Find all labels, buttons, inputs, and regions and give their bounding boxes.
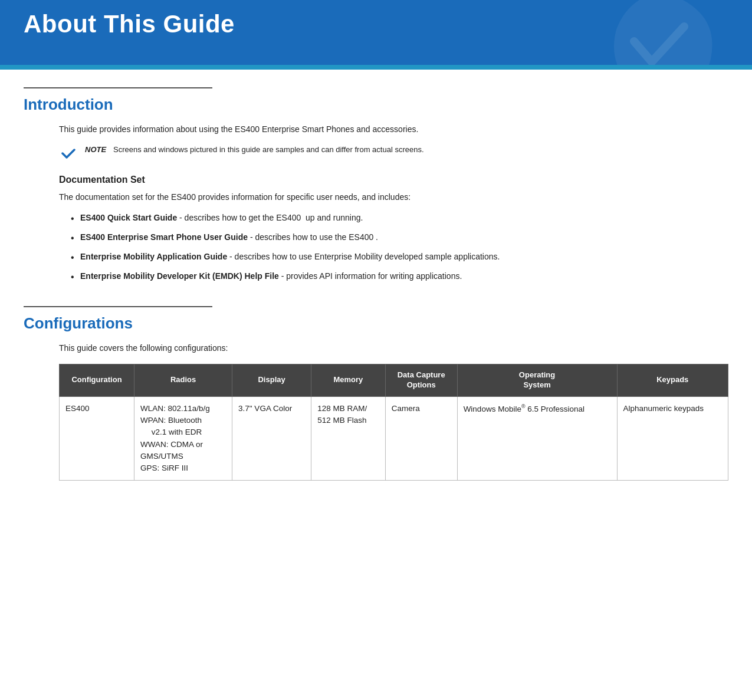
config-table: Configuration Radios Display Memory Data… [59, 364, 728, 481]
configurations-section: Configurations This guide covers the fol… [24, 306, 728, 481]
checkmark-icon [59, 144, 78, 163]
col-header-configuration: Configuration [60, 364, 134, 397]
doc-set-title: Documentation Set [59, 175, 728, 185]
note-content: NOTE Screens and windows pictured in thi… [85, 144, 424, 156]
note-box: NOTE Screens and windows pictured in thi… [59, 144, 728, 163]
page-header: About This Guide [0, 0, 752, 65]
list-item: ES400 Quick Start Guide - describes how … [71, 212, 728, 224]
list-item-rest: - describes how to use Enterprise Mobili… [227, 252, 500, 261]
intro-section-title: Introduction [24, 96, 728, 114]
note-label: NOTE [85, 145, 106, 154]
list-item-bold: Enterprise Mobility Application Guide [80, 252, 227, 261]
intro-divider [24, 87, 212, 88]
config-intro: This guide covers the following configur… [59, 342, 728, 354]
table-header-row: Configuration Radios Display Memory Data… [60, 364, 728, 397]
main-content: Introduction This guide provides informa… [0, 70, 752, 504]
col-header-keypads: Keypads [617, 364, 728, 397]
col-header-os: OperatingSystem [457, 364, 617, 397]
cell-display: 3.7" VGA Color [232, 396, 311, 481]
config-section-title: Configurations [24, 314, 728, 333]
list-item: Enterprise Mobility Developer Kit (EMDK)… [71, 270, 728, 282]
intro-paragraph: This guide provides information about us… [59, 123, 728, 136]
cell-keypads: Alphanumeric keypads [617, 396, 728, 481]
list-item-rest: - provides API information for writing a… [279, 271, 462, 281]
col-header-radios: Radios [134, 364, 232, 397]
list-item: Enterprise Mobility Application Guide - … [71, 251, 728, 263]
cell-configuration: ES400 [60, 396, 134, 481]
header-accent-bar [0, 65, 752, 70]
doc-set-intro: The documentation set for the ES400 prov… [59, 191, 728, 203]
page-title: About This Guide [24, 11, 235, 38]
doc-set-section: Documentation Set The documentation set … [59, 175, 728, 282]
list-item: ES400 Enterprise Smart Phone User Guide … [71, 231, 728, 244]
config-divider [24, 306, 212, 307]
table-row: ES400 WLAN: 802.11a/b/g WPAN: Bluetooth … [60, 396, 728, 481]
col-header-display: Display [232, 364, 311, 397]
list-item-bold: ES400 Quick Start Guide [80, 213, 177, 222]
cell-memory: 128 MB RAM/512 MB Flash [311, 396, 386, 481]
cell-os: Windows Mobile® 6.5 Professional [457, 396, 617, 481]
cell-data-capture: Camera [385, 396, 457, 481]
cell-radios: WLAN: 802.11a/b/g WPAN: Bluetooth v2.1 w… [134, 396, 232, 481]
list-item-rest: - describes how to get the ES400 up and … [177, 213, 363, 222]
list-item-rest: - describes how to use the ES400 . [248, 232, 378, 242]
header-watermark-icon [599, 0, 717, 65]
col-header-memory: Memory [311, 364, 386, 397]
col-header-data-capture: Data CaptureOptions [385, 364, 457, 397]
note-text: Screens and windows pictured in this gui… [113, 145, 424, 154]
list-item-bold: ES400 Enterprise Smart Phone User Guide [80, 232, 248, 242]
doc-list: ES400 Quick Start Guide - describes how … [71, 212, 728, 282]
list-item-bold: Enterprise Mobility Developer Kit (EMDK)… [80, 271, 279, 281]
